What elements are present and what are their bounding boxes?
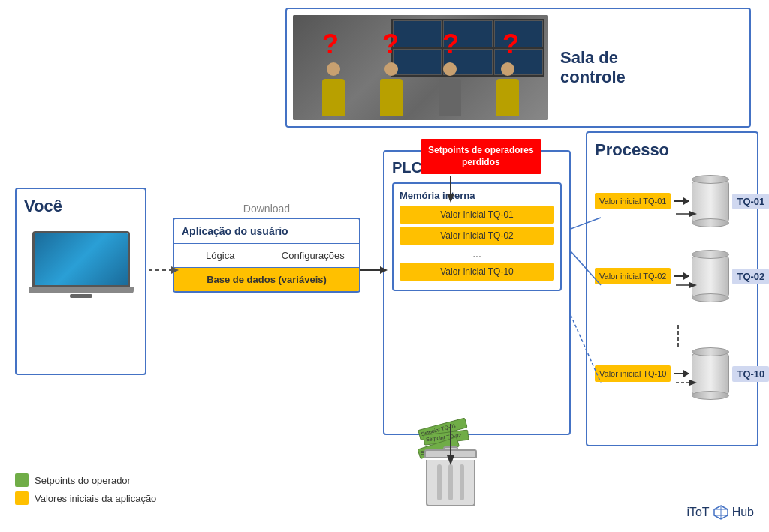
legend-color-green bbox=[15, 473, 29, 487]
tank-cap-tq02 bbox=[692, 293, 729, 302]
processo-title: Processo bbox=[595, 140, 749, 160]
laptop-screen bbox=[32, 231, 130, 287]
arrow-to-tq10 bbox=[674, 373, 689, 374]
person-1 bbox=[322, 79, 345, 116]
itot-cube-icon bbox=[713, 504, 729, 521]
setpoints-lost-box: Setpoints de operadoresperdidos bbox=[421, 139, 541, 174]
memoria-item-1: Valor inicial TQ-01 bbox=[400, 206, 554, 224]
aplicacao-logica: Lógica bbox=[174, 244, 267, 267]
legend-label-yellow: Valores iniciais da aplicação bbox=[35, 493, 156, 504]
laptop-icon bbox=[32, 231, 130, 302]
tank-value-tq10: Valor inicial TQ-10 bbox=[595, 365, 671, 382]
people-silhouettes bbox=[293, 79, 548, 116]
tq01-label: TQ-01 bbox=[732, 194, 769, 209]
sala-de-controle-label: Sala decontrole bbox=[560, 48, 743, 87]
trash-lid bbox=[424, 449, 477, 458]
trash-line-3 bbox=[460, 464, 464, 500]
aplicacao-configuracoes: Configurações bbox=[267, 244, 360, 267]
legend-color-yellow bbox=[15, 491, 29, 505]
memoria-box: Memória interna Valor inicial TQ-01 Valo… bbox=[392, 182, 562, 291]
laptop-trackpad bbox=[70, 294, 92, 298]
tank-row-3: Valor inicial TQ-10 TQ-10 bbox=[595, 347, 749, 400]
tank-cap-tq01 bbox=[692, 218, 729, 227]
trash-line-1 bbox=[437, 464, 442, 500]
control-room-image: ? ? ? ? bbox=[293, 15, 548, 120]
voce-box: Você bbox=[15, 188, 146, 375]
memoria-item-2: Valor inicial TQ-02 bbox=[400, 227, 554, 245]
trash-body bbox=[426, 460, 475, 506]
trash-handle bbox=[443, 446, 458, 451]
download-label: Download bbox=[173, 203, 360, 215]
tank-cylinder-tq10 bbox=[692, 347, 729, 400]
tank-cylinder-tq01 bbox=[692, 175, 729, 227]
trash-can bbox=[424, 449, 477, 509]
sala-de-controle-section: ? ? ? ? Sala decontrole bbox=[285, 8, 751, 128]
legend: Setpoints do operador Valores iniciais d… bbox=[15, 473, 156, 509]
itot-text: iToT bbox=[686, 506, 709, 519]
laptop-screen-inner bbox=[35, 233, 128, 285]
tank-gap-dots bbox=[677, 325, 749, 347]
tank-value-tq02: Valor inicial TQ-02 bbox=[595, 268, 671, 284]
aplicacao-title: Aplicação do usuário bbox=[174, 219, 359, 244]
arrow-to-tq02 bbox=[674, 275, 689, 277]
arrow-to-tq01 bbox=[674, 200, 689, 202]
person-4 bbox=[496, 79, 519, 116]
legend-item-green: Setpoints do operador bbox=[15, 473, 156, 487]
aplicacao-row: Lógica Configurações bbox=[174, 244, 359, 268]
tank-cylinder-tq02 bbox=[692, 250, 729, 302]
memoria-item-3: Valor inicial TQ-10 bbox=[400, 263, 554, 281]
person-2 bbox=[380, 79, 403, 116]
tq02-label: TQ-02 bbox=[732, 269, 769, 284]
hub-text: Hub bbox=[732, 506, 754, 519]
legend-item-yellow: Valores iniciais da aplicação bbox=[15, 491, 156, 505]
aplicacao-box: Aplicação do usuário Lógica Configuraçõe… bbox=[173, 218, 360, 293]
processo-box: Processo Valor inicial TQ-01 TQ-01 Valor… bbox=[586, 131, 758, 446]
tank-row-1: Valor inicial TQ-01 TQ-01 bbox=[595, 175, 749, 227]
person-3 bbox=[439, 79, 461, 116]
aplicacao-db: Base de dados (variáveis) bbox=[174, 268, 359, 291]
tank-body-tq02 bbox=[692, 256, 729, 297]
tank-row-2: Valor inicial TQ-02 TQ-02 bbox=[595, 250, 749, 302]
voce-title: Você bbox=[24, 197, 62, 216]
laptop-base bbox=[29, 287, 134, 293]
aplicacao-container: Download Aplicação do usuário Lógica Con… bbox=[173, 203, 360, 293]
legend-label-green: Setpoints do operador bbox=[35, 475, 131, 486]
tank-body-tq10 bbox=[692, 353, 729, 395]
question-mark-1: ? bbox=[322, 31, 339, 58]
memoria-title: Memória interna bbox=[400, 190, 554, 201]
tank-value-tq01: Valor inicial TQ-01 bbox=[595, 193, 671, 209]
itot-hub-logo: iToT Hub bbox=[686, 504, 754, 521]
trash-line-2 bbox=[448, 464, 453, 500]
tank-cap-tq10 bbox=[692, 391, 729, 400]
tq10-label: TQ-10 bbox=[732, 366, 769, 382]
plc-box: PLC Memória interna Valor inicial TQ-01 … bbox=[383, 150, 571, 435]
tank-body-tq01 bbox=[692, 181, 729, 222]
memoria-dots: ... bbox=[400, 248, 554, 260]
